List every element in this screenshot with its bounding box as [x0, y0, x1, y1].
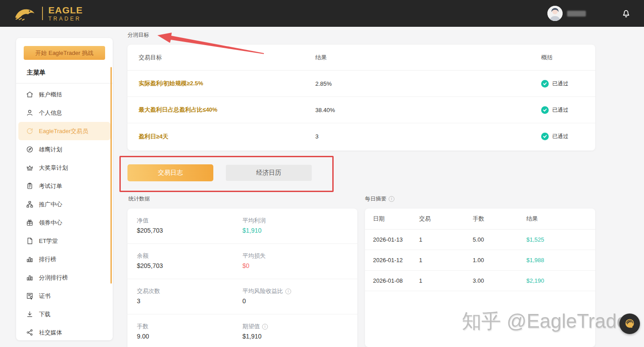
sidebar: 开始 EagleTrader 挑战 主菜单 账户概括 个人信息 EagleTra… [16, 38, 113, 340]
sidebar-item-exam-orders[interactable]: 考试订单 [16, 177, 113, 195]
statistics-card: 净值 $205,703 平均利润 $1,910 余额 $205,703 平均损失… [127, 209, 357, 347]
user-menu[interactable] [547, 6, 586, 21]
stat-label: 交易次数 [137, 287, 242, 295]
sidebar-item-et-school[interactable]: ET学堂 [16, 232, 113, 250]
statistics-title: 统计数据 [128, 195, 150, 203]
cell-date: 2026-01-12 [365, 257, 419, 263]
stat-value: 3 [137, 297, 242, 305]
sidebar-item-label: 领券中心 [39, 219, 62, 227]
certificate-icon [26, 292, 34, 300]
column-header-goal: 交易目标 [127, 54, 315, 62]
sidebar-item-label: 社交媒体 [39, 329, 62, 337]
sidebar-item-promotion-center[interactable]: 推广中心 [16, 195, 113, 213]
table-row: 2026-01-13 1 5.00 $1,525 [365, 230, 595, 250]
start-challenge-button[interactable]: 开始 EagleTrader 挑战 [24, 46, 105, 60]
cell-lots: 3.00 [473, 277, 526, 284]
table-row: 盈利日≥4天 3 已通过 [127, 123, 595, 150]
sidebar-item-personal-info[interactable]: 个人信息 [16, 104, 113, 122]
sidebar-scrollbar[interactable] [110, 67, 112, 284]
stat-balance: 余额 $205,703 [127, 244, 242, 279]
stat-label: 平均损失 [242, 252, 357, 260]
stat-net-equity: 净值 $205,703 [127, 209, 242, 243]
brand-text: EAGLE TRADER [48, 5, 83, 21]
stat-trade-count: 交易次数 3 [127, 279, 242, 314]
profit-targets-title: 分润目标 [127, 31, 149, 39]
user-icon [26, 109, 34, 117]
sidebar-item-label: 分润排行榜 [39, 274, 68, 282]
gift-icon [26, 219, 34, 226]
tab-trade-log[interactable]: 交易日志 [127, 164, 213, 181]
info-icon[interactable]: i [285, 288, 291, 294]
column-header-lots: 手数 [473, 215, 526, 223]
daily-summary-title: 每日摘要 i [365, 195, 394, 203]
stat-row: 手数 9.00 期望值i $1,910 [127, 314, 357, 347]
sidebar-item-social-media[interactable]: 社交媒体 [16, 323, 113, 340]
column-header-trades: 交易 [419, 215, 473, 223]
support-chat-button[interactable] [619, 314, 640, 334]
profit-targets-card: 交易目标 结果 概括 实际盈利/初始规模≥2.5% 2.85% 已通过 最大盈利… [127, 45, 595, 151]
notification-bell-icon[interactable] [621, 8, 631, 19]
sidebar-item-label: 下载 [39, 310, 51, 318]
stat-row: 净值 $205,703 平均利润 $1,910 [127, 209, 357, 244]
stat-value: $1,910 [242, 333, 357, 340]
headset-icon [623, 317, 636, 330]
result-value: 2.85% [315, 80, 541, 87]
cell-trades: 1 [419, 277, 473, 284]
stat-expectancy: 期望值i $1,910 [242, 314, 357, 347]
brand-subname: TRADER [48, 16, 83, 21]
info-icon[interactable]: i [389, 196, 394, 202]
stat-avg-risk-reward: 平均风险收益比i 0 [242, 279, 357, 314]
sidebar-item-label: 大奖章计划 [39, 164, 68, 172]
cell-result: $2,190 [526, 277, 595, 284]
stat-label: 平均风险收益比 [242, 287, 283, 295]
avatar[interactable] [547, 6, 563, 21]
status-label: 已通过 [552, 80, 568, 88]
org-chart-icon [26, 201, 34, 208]
top-header: EAGLE TRADER [0, 0, 644, 27]
sidebar-menu: 账户概括 个人信息 EagleTrader交易员 雄鹰计划 大奖章计划 考试订单 [16, 84, 113, 340]
sidebar-item-leaderboard[interactable]: 排行榜 [16, 250, 113, 268]
sidebar-item-eagletrader-trader[interactable]: EagleTrader交易员 [18, 122, 110, 140]
sidebar-item-certificate[interactable]: 证书 [16, 287, 113, 305]
stat-label: 净值 [137, 217, 242, 225]
cell-lots: 1.00 [473, 257, 526, 263]
sidebar-item-label: 个人信息 [39, 109, 62, 117]
sidebar-item-profit-leaderboard[interactable]: 分润排行榜 [16, 268, 113, 287]
check-icon [541, 80, 549, 88]
username-redacted [567, 11, 586, 17]
daily-summary-card: 日期 交易 手数 结果 2026-01-13 1 5.00 $1,525 202… [365, 209, 595, 347]
column-header-summary: 概括 [541, 54, 595, 62]
sidebar-item-account-overview[interactable]: 账户概括 [16, 85, 113, 104]
stat-row: 余额 $205,703 平均损失 $0 [127, 244, 357, 279]
sidebar-item-label: 账户概括 [39, 91, 62, 99]
bar-chart-icon [26, 255, 34, 263]
sidebar-item-label: EagleTrader交易员 [39, 127, 88, 135]
tab-economic-calendar[interactable]: 经济日历 [226, 165, 312, 181]
info-icon[interactable]: i [262, 324, 268, 330]
result-value: 38.40% [315, 107, 541, 113]
sidebar-item-eagle-plan[interactable]: 雄鹰计划 [16, 140, 113, 159]
cell-date: 2026-01-08 [365, 277, 419, 284]
goal-text: 盈利日≥4天 [127, 133, 315, 141]
stat-value: $0 [242, 262, 357, 269]
crown-icon [26, 164, 34, 171]
profit-targets-header-row: 交易目标 结果 概括 [127, 45, 595, 71]
status-label: 已通过 [552, 106, 568, 114]
cell-trades: 1 [419, 257, 473, 263]
stat-value: $205,703 [137, 227, 242, 234]
cell-result: $1,525 [526, 236, 595, 243]
stat-value: $205,703 [137, 262, 242, 269]
profit-targets-title-text: 分润目标 [127, 31, 149, 39]
status-badge: 已通过 [541, 80, 568, 88]
sidebar-item-medallion-plan[interactable]: 大奖章计划 [16, 159, 113, 177]
sidebar-item-coupon-center[interactable]: 领券中心 [16, 213, 113, 232]
clipboard-icon [26, 182, 34, 190]
sidebar-item-download[interactable]: 下载 [16, 305, 113, 323]
result-value: 3 [315, 133, 541, 140]
eagle-logo-icon [13, 5, 37, 21]
brand-divider [42, 7, 43, 20]
bar-chart-icon [26, 274, 34, 281]
column-header-result: 结果 [526, 215, 595, 223]
stat-row: 交易次数 3 平均风险收益比i 0 [127, 279, 357, 314]
compass-icon [26, 146, 34, 153]
